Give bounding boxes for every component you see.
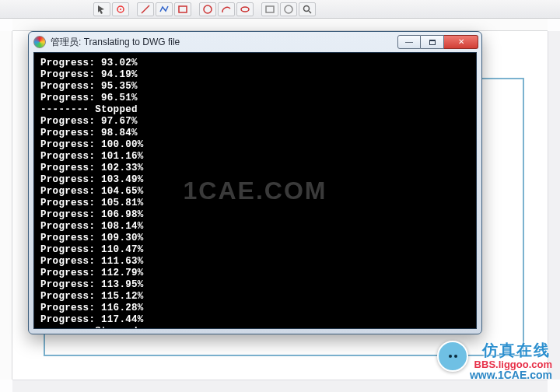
console-line: Progress: 116.28% — [40, 303, 470, 314]
console-line: Progress: 98.84% — [40, 128, 470, 139]
svg-rect-2 — [179, 6, 187, 12]
titlebar[interactable]: 管理员: Translating to DWG file — ✕ — [29, 32, 481, 52]
circle2-icon[interactable] — [280, 2, 297, 16]
console-line: Progress: 101.16% — [40, 151, 470, 163]
console-line: Progress: 108.14% — [40, 221, 470, 233]
rect-icon[interactable] — [174, 2, 191, 16]
console-line: -------- Stopped — [40, 104, 470, 116]
window-title: 管理员: Translating to DWG file — [51, 36, 180, 49]
console-line: Progress: 94.19% — [40, 69, 470, 81]
svg-point-6 — [285, 5, 292, 13]
console-line: Progress: 109.30% — [40, 233, 470, 244]
console-window: 管理员: Translating to DWG file — ✕ 1CAE.CO… — [28, 31, 482, 334]
arc-icon[interactable] — [218, 2, 235, 16]
watermark-cn: 仿真在线 — [482, 340, 551, 361]
app-icon — [33, 36, 46, 48]
host-toolbar — [0, 0, 560, 19]
console-line: Progress: 105.81% — [40, 198, 470, 209]
console-line: Progress: 104.65% — [40, 186, 470, 198]
window-controls: — ✕ — [397, 35, 478, 49]
watermark-badge — [437, 341, 468, 372]
console-line: Progress: 113.95% — [40, 279, 470, 291]
minimize-button[interactable]: — — [397, 35, 421, 49]
console-line: Progress: 117.44% — [40, 314, 470, 326]
watermark-url: www.1CAE.com — [470, 369, 552, 381]
console-line: Progress: 102.33% — [40, 163, 470, 174]
console-line: Progress: 93.02% — [40, 58, 470, 69]
console-line: -------- Stopped — [40, 326, 470, 329]
svg-point-4 — [241, 7, 249, 12]
scrollbar-horizontal[interactable] — [12, 380, 548, 392]
svg-point-3 — [204, 5, 212, 13]
search-icon[interactable] — [299, 2, 316, 16]
ellipse-icon[interactable] — [236, 2, 254, 16]
scrollbar-vertical[interactable] — [548, 31, 560, 380]
console-line: Progress: 115.12% — [40, 291, 470, 303]
arrow-icon[interactable] — [93, 2, 110, 16]
line-icon[interactable] — [137, 2, 154, 16]
ruler-horizontal — [12, 19, 548, 31]
console-line: Progress: 100.00% — [40, 139, 470, 151]
console-line: Progress: 97.67% — [40, 116, 470, 128]
console-line: Progress: 106.98% — [40, 209, 470, 221]
ruler-vertical — [0, 31, 12, 380]
svg-point-1 — [120, 9, 121, 10]
console-line: Progress: 112.79% — [40, 268, 470, 279]
select-icon[interactable] — [112, 2, 129, 16]
maximize-button[interactable] — [421, 35, 444, 49]
close-button[interactable]: ✕ — [444, 35, 478, 49]
svg-point-7 — [304, 5, 310, 11]
console-line: Progress: 111.63% — [40, 256, 470, 268]
rect2-icon[interactable] — [261, 2, 278, 16]
svg-rect-5 — [266, 6, 274, 12]
console-line: Progress: 96.51% — [40, 93, 470, 104]
console-line: Progress: 103.49% — [40, 174, 470, 186]
console-line: Progress: 95.35% — [40, 81, 470, 93]
console-output: 1CAE.COM Progress: 93.02%Progress: 94.19… — [33, 52, 477, 329]
polyline-icon[interactable] — [156, 2, 173, 16]
circle-icon[interactable] — [199, 2, 216, 16]
console-line: Progress: 110.47% — [40, 244, 470, 256]
